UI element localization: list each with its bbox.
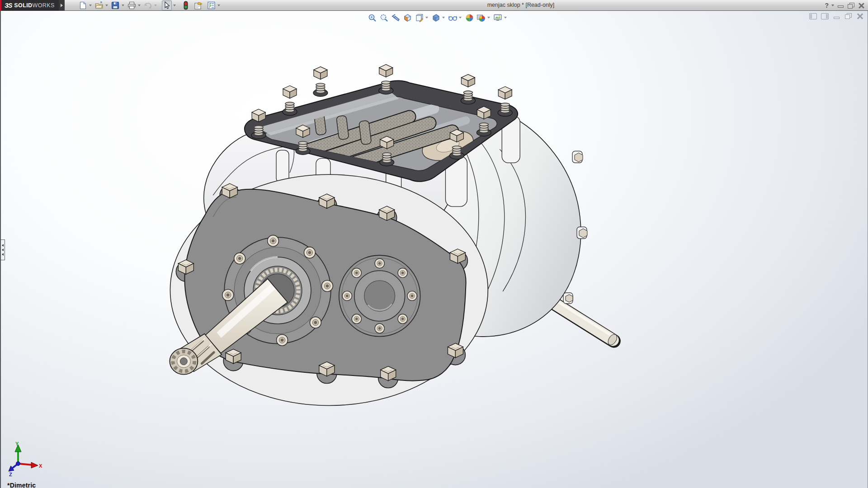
new-document-icon xyxy=(79,1,87,9)
view-orientation-button[interactable] xyxy=(414,13,424,23)
orientation-triad: Y X Z xyxy=(6,440,44,476)
collapse-arrow-icon xyxy=(2,249,4,251)
model-viewport-canvas[interactable] xyxy=(1,11,868,488)
document-window-controls xyxy=(809,13,864,19)
headsup-view-toolbar xyxy=(367,13,508,23)
help-dropdown[interactable] xyxy=(831,5,834,6)
apply-scene-icon xyxy=(476,14,486,22)
collapsed-panel-tab[interactable] xyxy=(1,239,5,260)
view-settings-dropdown[interactable] xyxy=(503,13,508,23)
apply-scene-dropdown[interactable] xyxy=(486,13,491,23)
undo-dropdown[interactable] xyxy=(153,0,158,10)
select-dropdown[interactable] xyxy=(172,0,177,10)
previous-view-button[interactable] xyxy=(391,13,401,23)
zoom-to-area-icon xyxy=(380,14,388,22)
hide-show-items-button[interactable] xyxy=(448,13,458,23)
main-toolbar xyxy=(78,0,222,11)
undo-button[interactable] xyxy=(143,0,153,10)
undo-icon xyxy=(144,1,152,9)
view-orientation-label: *Dimetric xyxy=(7,482,36,488)
options-icon xyxy=(207,1,216,9)
open-button[interactable] xyxy=(94,0,104,10)
display-style-dropdown[interactable] xyxy=(441,13,446,23)
triad-z-label: Z xyxy=(9,472,12,476)
window-title: menjac sklop * [Read-only] xyxy=(487,2,555,8)
print-icon xyxy=(127,1,136,9)
solidworks-logo-brand-light: WORKS xyxy=(33,2,55,9)
display-style-icon xyxy=(432,14,440,22)
toggle-right-pane-button[interactable] xyxy=(821,13,829,19)
menu-flyout-button[interactable] xyxy=(59,0,65,11)
zoom-to-fit-icon xyxy=(368,14,377,22)
file-properties-icon xyxy=(194,1,203,10)
hide-show-items-dropdown[interactable] xyxy=(458,13,462,23)
view-settings-icon xyxy=(493,14,502,22)
help-button[interactable]: ? xyxy=(825,2,829,9)
select-cursor-icon xyxy=(163,1,170,9)
save-icon xyxy=(111,1,119,9)
graphics-area[interactable]: Y X Z *Dimetric xyxy=(0,11,868,488)
titlebar: ЗS SOLIDWORKS xyxy=(0,0,868,11)
open-icon xyxy=(95,1,104,9)
collapse-arrow-icon xyxy=(2,244,4,247)
view-orientation-icon xyxy=(415,14,424,22)
display-style-button[interactable] xyxy=(431,13,441,23)
restore-document-button[interactable] xyxy=(844,13,852,19)
view-orientation-dropdown[interactable] xyxy=(424,13,429,23)
file-properties-button[interactable] xyxy=(193,0,203,10)
hide-show-items-icon xyxy=(448,14,458,22)
stoplight-icon xyxy=(183,1,189,10)
apply-scene-button[interactable] xyxy=(476,13,486,23)
section-view-button[interactable] xyxy=(402,13,412,23)
flyout-arrow-icon xyxy=(61,4,63,7)
solidworks-logo: ЗS SOLIDWORKS xyxy=(0,0,59,11)
solidworks-logo-brand-bold: SOLID xyxy=(14,2,32,9)
edit-appearance-button[interactable] xyxy=(464,13,474,23)
window-controls: ? xyxy=(825,0,865,11)
zoom-to-fit-button[interactable] xyxy=(367,13,377,23)
save-button[interactable] xyxy=(110,0,120,10)
options-dropdown[interactable] xyxy=(216,0,222,10)
select-button[interactable] xyxy=(162,0,172,10)
new-document-dropdown[interactable] xyxy=(88,0,93,10)
close-window-button[interactable] xyxy=(858,2,865,9)
edit-appearance-icon xyxy=(465,14,474,22)
triad-x-label: X xyxy=(39,463,42,469)
minimize-window-button[interactable] xyxy=(837,2,844,9)
save-dropdown[interactable] xyxy=(120,0,126,10)
print-button[interactable] xyxy=(127,0,137,10)
solidworks-logo-mark: ЗS xyxy=(5,2,12,9)
view-settings-button[interactable] xyxy=(493,13,503,23)
options-button[interactable] xyxy=(206,0,216,10)
zoom-to-area-button[interactable] xyxy=(379,13,389,23)
triad-y-label: Y xyxy=(15,441,19,446)
lay-bearing-flange[interactable] xyxy=(339,255,420,337)
print-dropdown[interactable] xyxy=(137,0,142,10)
section-view-icon xyxy=(403,14,412,22)
new-document-button[interactable] xyxy=(78,0,88,10)
previous-view-icon xyxy=(391,14,400,22)
rebuild-stoplight-button[interactable] xyxy=(181,0,191,10)
open-dropdown[interactable] xyxy=(104,0,109,10)
restore-window-button[interactable] xyxy=(847,2,855,9)
minimize-document-button[interactable] xyxy=(833,13,840,19)
toggle-left-pane-button[interactable] xyxy=(809,13,817,19)
collapse-arrow-icon xyxy=(2,253,4,256)
close-document-button[interactable] xyxy=(856,13,864,19)
